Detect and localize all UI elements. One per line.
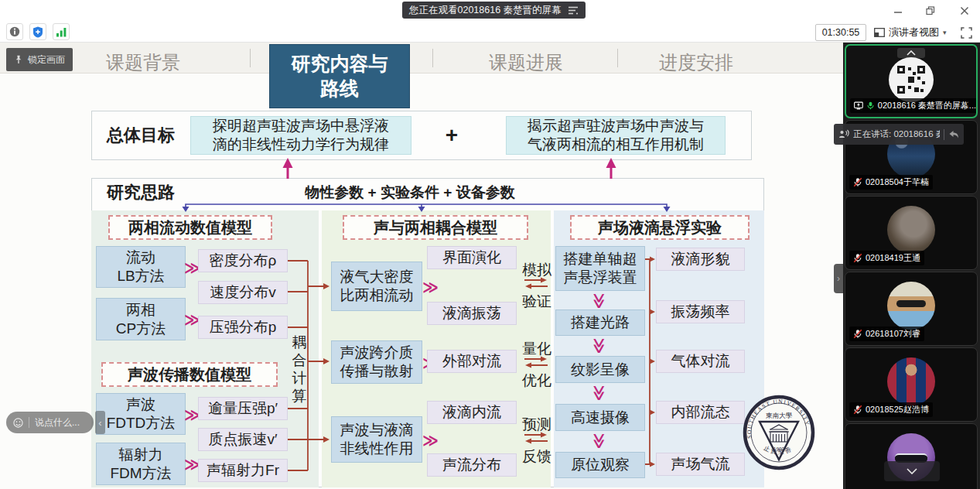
- restore-button[interactable]: [924, 4, 937, 18]
- tab-divider: [250, 49, 251, 67]
- view-mode-selector[interactable]: 演讲者视图 ▾: [874, 24, 947, 41]
- double-chevron-down-icon: ≫: [590, 385, 609, 402]
- participant-name-badge: 02018525赵浩博: [849, 402, 933, 417]
- avatar-man-hat: [887, 282, 935, 330]
- sidebar-collapse-handle[interactable]: ›: [834, 264, 843, 293]
- avatar-cat: [887, 206, 935, 254]
- slide-tab-background: 课题背景: [66, 50, 220, 75]
- coupled-model-title: 声与两相耦合模型: [343, 215, 528, 240]
- shield-plus-icon: [32, 26, 43, 38]
- coupled-out-external: 外部对流: [427, 350, 517, 373]
- lock-view-button[interactable]: 锁定画面: [6, 48, 73, 71]
- participants-sidebar: 02018616 秦楚晋的屏幕... 02018504于芊楠 02018419王: [843, 43, 980, 489]
- link-optimize: 优化: [520, 371, 554, 391]
- exp-step-schlieren: 纹影呈像: [555, 356, 645, 383]
- view-mode-label: 演讲者视图: [889, 26, 939, 39]
- banner-menu-icon[interactable]: [569, 6, 579, 15]
- chat-collapse-handle[interactable]: ‹: [95, 411, 105, 434]
- participant-name: 02018419王通: [866, 252, 920, 264]
- signal-bars-icon: [56, 27, 67, 37]
- link-quantify: 量化: [520, 339, 554, 359]
- minimize-button[interactable]: [891, 4, 905, 18]
- fullscreen-icon: [961, 27, 972, 39]
- slide-tab-active: 研究内容与 路线: [269, 44, 410, 108]
- wave-output-pressure: 逾量压强p′: [198, 397, 288, 420]
- screen-share-icon: [854, 101, 863, 110]
- emoji-icon[interactable]: [13, 418, 23, 428]
- participant-tile[interactable]: 02018419王通: [845, 196, 978, 270]
- participant-tile[interactable]: 02618107刘睿: [845, 272, 978, 346]
- approach-params: 物性参数 + 实验条件 + 设备参数: [248, 183, 572, 203]
- coupled-out-interface: 界面演化: [427, 246, 517, 269]
- coupled-block-wave: 声波跨介质 传播与散射: [331, 340, 422, 384]
- double-chevron-down-icon: ≫: [590, 433, 609, 450]
- lock-view-label: 锁定画面: [28, 53, 65, 67]
- goal-right-box: 揭示超声驻波声场中声波与 气液两相流的相互作用机制: [506, 116, 726, 155]
- pin-icon: [14, 55, 23, 64]
- watching-banner: 您正在观看02018616 秦楚晋的屏幕: [402, 2, 586, 19]
- coupled-block-nonlinear: 声波与液滴 非线性作用: [331, 416, 422, 463]
- wave-model-title: 声波传播数值模型: [101, 362, 278, 387]
- qr-code: [897, 66, 925, 94]
- participant-tile[interactable]: 02018616 秦楚晋的屏幕...: [845, 44, 978, 118]
- scroll-down-button[interactable]: [884, 461, 940, 481]
- close-icon: [960, 6, 969, 15]
- link-simulate: 模拟: [520, 260, 554, 280]
- chat-placeholder: 说点什么...: [35, 416, 80, 429]
- exp-step-optics: 搭建光路: [555, 309, 645, 336]
- double-chevron-down-icon: ≫: [590, 338, 609, 354]
- flow-output-density: 密度分布ρ: [198, 249, 288, 272]
- participant-name-badge: 02018419王通: [849, 251, 924, 265]
- watching-banner-text: 您正在观看02018616 秦楚晋的屏幕: [409, 4, 562, 17]
- participant-tile[interactable]: 02018525赵浩博: [845, 347, 978, 422]
- mic-muted-icon: [853, 253, 862, 263]
- link-validate: 验证: [520, 292, 554, 312]
- close-button[interactable]: [958, 4, 971, 18]
- scroll-up-button[interactable]: [897, 48, 925, 58]
- info-button[interactable]: [6, 23, 23, 40]
- wave-output-force: 声辐射力Fr: [198, 459, 288, 482]
- exp-result-gasconvection: 气体对流: [656, 350, 745, 373]
- goal-plus: +: [436, 117, 467, 154]
- timer-value: 01:30:55: [822, 27, 860, 38]
- participant-name: 02018525赵浩博: [866, 404, 929, 415]
- participant-name: 02018616 秦楚晋的屏幕...: [878, 100, 976, 111]
- mic-muted-icon: [853, 177, 862, 187]
- network-button[interactable]: [53, 23, 70, 40]
- double-chevron-icon: ≫: [422, 278, 439, 296]
- shared-screen-slide: 课题背景 研究内容与 路线 课题进展 进度安排 总体目标 探明超声驻波声场中悬浮…: [0, 43, 843, 489]
- minimize-icon: [893, 6, 903, 15]
- chevron-up-icon: [907, 50, 916, 56]
- goal-left-box: 探明超声驻波声场中悬浮液 滴的非线性动力学行为规律: [190, 116, 411, 155]
- security-button[interactable]: [29, 23, 46, 40]
- goal-label: 总体目标: [101, 122, 181, 149]
- coupled-block-flow: 液气大密度 比两相流动: [331, 262, 422, 311]
- participant-name-badge: 02618107刘睿: [849, 327, 924, 341]
- layout-icon: [874, 28, 885, 37]
- wave-method-fdm: 辐射力 FDM方法: [96, 443, 186, 485]
- restore-icon: [926, 6, 935, 15]
- flow-output-velocity: 速度分布v: [198, 281, 288, 304]
- mic-muted-icon: [853, 405, 862, 415]
- participant-name: 02618107刘睿: [866, 328, 920, 340]
- reply-icon[interactable]: [948, 130, 959, 139]
- link-predict: 预测: [520, 415, 554, 435]
- flow-model-title: 两相流动数值模型: [108, 215, 272, 240]
- chat-input[interactable]: 说点什么...: [6, 412, 94, 433]
- coupling-calc-label: 耦 合 计 算: [292, 333, 307, 405]
- exp-step-insitu: 原位观察: [555, 452, 645, 478]
- coupled-out-oscillation: 液滴振荡: [427, 302, 517, 325]
- exp-step-highspeed: 高速摄像: [555, 404, 645, 431]
- wave-method-fdtd: 声波 FDTD方法: [96, 393, 186, 435]
- toast-divider: [944, 129, 944, 140]
- avatar-soccer: [887, 357, 935, 405]
- tab-divider: [617, 49, 618, 67]
- participant-tile[interactable]: [845, 423, 978, 489]
- coupled-out-internal: 液滴内流: [427, 401, 517, 424]
- coupled-out-streaming: 声流分布: [427, 453, 517, 477]
- flow-method-cp: 两相 CP方法: [96, 298, 186, 340]
- fullscreen-button[interactable]: [959, 26, 973, 39]
- experiment-title: 声场液滴悬浮实验: [570, 215, 750, 240]
- chevron-right-icon: ›: [837, 273, 840, 284]
- slide-tab-schedule: 进度安排: [619, 50, 773, 75]
